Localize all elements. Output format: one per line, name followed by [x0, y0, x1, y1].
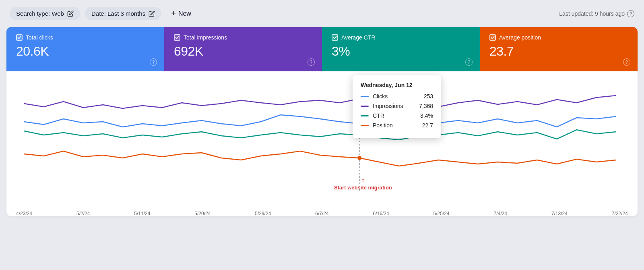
chart-area: Wednesday, Jun 12 Clicks 253 Impressions…: [6, 71, 638, 208]
impressions-label: Total impressions: [184, 34, 227, 41]
position-line: [24, 151, 616, 166]
tooltip-impressions-value: 7,368: [419, 103, 433, 109]
tooltip-row-impressions: Impressions 7,368: [361, 103, 433, 109]
migration-text: Start website migration: [334, 185, 392, 191]
metric-ctr[interactable]: Average CTR 3% ?: [322, 27, 480, 71]
date-label: Date: Last 3 months: [91, 10, 145, 17]
x-label-10: 7/22/24: [612, 211, 628, 216]
ctr-legend: [361, 115, 369, 116]
metrics-row: Total clicks 20.6K ? Total impressions 6…: [6, 27, 638, 71]
tooltip-impressions-label: Impressions: [373, 103, 415, 109]
migration-annotation: ↑ Start website migration: [334, 176, 392, 191]
position-info[interactable]: ?: [623, 58, 630, 66]
impressions-line: [24, 96, 616, 108]
ctr-label: Average CTR: [341, 34, 376, 41]
edit-icon-2: [149, 10, 155, 17]
x-label-3: 5/20/24: [194, 211, 211, 216]
metric-impressions[interactable]: Total impressions 692K ?: [164, 27, 322, 71]
last-updated: Last updated: 9 hours ago ?: [559, 10, 634, 17]
line-chart: [16, 79, 628, 192]
clicks-label: Total clicks: [26, 34, 53, 41]
search-type-label: Search type: Web: [16, 10, 64, 17]
tooltip-ctr-label: CTR: [373, 112, 416, 119]
x-label-6: 6/16/24: [373, 211, 389, 216]
edit-icon: [67, 10, 74, 17]
position-label: Average position: [499, 34, 541, 41]
search-type-filter[interactable]: Search type: Web: [10, 7, 80, 20]
clicks-legend: [361, 96, 369, 97]
clicks-checkbox[interactable]: [16, 34, 23, 41]
x-label-0: 4/23/24: [16, 211, 32, 216]
tooltip-clicks-label: Clicks: [373, 93, 420, 100]
help-icon[interactable]: ?: [627, 10, 634, 17]
impressions-value: 692K: [174, 44, 312, 59]
x-label-9: 7/13/24: [551, 211, 568, 216]
new-button[interactable]: + New: [166, 6, 196, 21]
tooltip-position-value: 22.7: [422, 122, 433, 129]
top-bar: Search type: Web Date: Last 3 months + N…: [0, 0, 644, 27]
date-filter[interactable]: Date: Last 3 months: [85, 7, 161, 20]
tooltip-ctr-value: 3.4%: [420, 112, 433, 119]
metric-clicks[interactable]: Total clicks 20.6K ?: [6, 27, 164, 71]
clicks-value: 20.6K: [16, 44, 155, 59]
impressions-legend: [361, 106, 369, 107]
impressions-checkbox[interactable]: [174, 34, 180, 41]
position-value: 23.7: [489, 44, 628, 59]
tooltip-clicks-value: 253: [424, 93, 433, 100]
main-card: Total clicks 20.6K ? Total impressions 6…: [6, 27, 638, 216]
ctr-checkbox[interactable]: [332, 34, 338, 41]
tooltip-row-position: Position 22.7: [361, 122, 433, 129]
x-label-4: 5/29/24: [255, 211, 271, 216]
clicks-info[interactable]: ?: [150, 58, 157, 66]
ctr-line: [24, 130, 616, 140]
tooltip-row-clicks: Clicks 253: [361, 93, 433, 100]
x-label-2: 5/11/24: [134, 211, 150, 216]
chart-tooltip: Wednesday, Jun 12 Clicks 253 Impressions…: [353, 75, 441, 138]
clicks-line: [24, 115, 616, 130]
new-label: New: [178, 10, 191, 17]
tooltip-date: Wednesday, Jun 12: [361, 82, 433, 88]
metric-position[interactable]: Average position 23.7 ?: [480, 27, 638, 71]
x-axis-labels: 4/23/24 5/2/24 5/11/24 5/20/24 5/29/24 6…: [6, 208, 638, 216]
position-checkbox[interactable]: [489, 34, 496, 41]
migration-arrow: ↑: [334, 176, 392, 185]
x-label-5: 6/7/24: [315, 211, 328, 216]
x-label-7: 6/25/24: [433, 211, 450, 216]
x-label-8: 7/4/24: [494, 211, 507, 216]
ctr-value: 3%: [332, 44, 470, 59]
position-legend: [361, 125, 369, 126]
tooltip-position-label: Position: [373, 122, 418, 129]
position-dot: [357, 156, 361, 160]
tooltip-row-ctr: CTR 3.4%: [361, 112, 433, 119]
x-label-1: 5/2/24: [76, 211, 90, 216]
impressions-info[interactable]: ?: [308, 58, 315, 66]
ctr-info[interactable]: ?: [465, 58, 473, 66]
